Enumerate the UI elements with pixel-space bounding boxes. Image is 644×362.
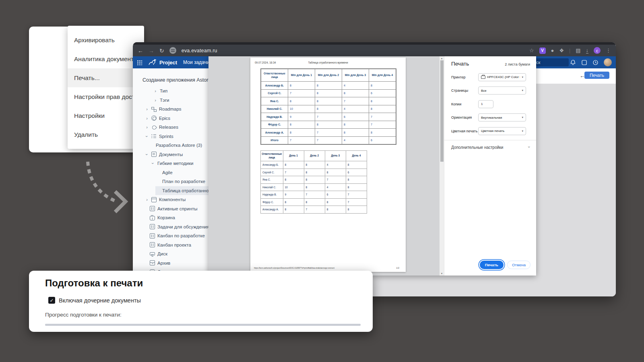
kebab-menu-icon[interactable]: ⋮ (606, 47, 611, 53)
extensions-puzzle-icon[interactable]: ❖ (559, 47, 564, 53)
scroll-down-icon[interactable]: ▼ (441, 272, 443, 275)
chevron-icon[interactable]: › (151, 161, 155, 165)
chevron-icon[interactable]: › (145, 125, 149, 130)
table2-header-cell: День 2 (304, 151, 325, 161)
notes-icon[interactable] (581, 60, 587, 66)
sidebar-item[interactable]: › Тэги (133, 96, 208, 105)
chevron-icon[interactable]: › (145, 197, 149, 202)
project-title[interactable]: Создание приложения Astore (142, 77, 208, 83)
sidebar-item[interactable]: › Roadmaps (133, 105, 208, 114)
sidebar-item[interactable]: › Документы (133, 150, 208, 159)
sidebar-item[interactable]: Диск (133, 249, 208, 259)
sidebar-item[interactable]: Таблица отработанного времени (133, 186, 208, 195)
sidebar-item[interactable]: Agile (133, 168, 208, 177)
side-panel-icon[interactable]: ▤ (576, 47, 580, 53)
setting-control[interactable]: Все ▾ (478, 86, 526, 95)
browser-toolbar: ← → ↻ eva.evateam.ru ☆ V ● ❖ | ▤ ↓ c ⋮ (133, 42, 616, 56)
print-dialog-title: Печать (451, 61, 469, 67)
sidebar-item[interactable]: › Sprints (133, 132, 208, 141)
chevron-icon[interactable]: › (145, 116, 149, 121)
setting-label: Ориентация (451, 115, 478, 119)
sidebar-item-label: Releases (159, 125, 178, 130)
more-settings-chevron-icon[interactable]: › (527, 146, 531, 148)
chevron-icon[interactable]: › (144, 152, 149, 156)
context-menu-item-label: Архивировать (74, 37, 115, 44)
chevron-icon[interactable]: › (144, 134, 149, 138)
table1-header-cell: Min для День 3 (342, 69, 369, 82)
disk-icon (150, 252, 155, 255)
bookmark-star-icon[interactable]: ☆ (529, 47, 534, 53)
rocket-icon (151, 125, 157, 130)
dino-logo-icon (148, 59, 157, 66)
table1-header-cell: Min для День 1 (288, 69, 315, 82)
sidebar-item[interactable]: Канбан по разработке (133, 231, 208, 241)
user-avatar[interactable] (604, 58, 612, 66)
chevron-icon[interactable]: › (153, 98, 157, 103)
sidebar-item[interactable]: › Epics (133, 114, 208, 123)
checklist-icon (151, 134, 157, 139)
chevron-icon[interactable]: › (153, 88, 157, 93)
site-info-icon[interactable] (169, 47, 176, 54)
bell-icon[interactable] (570, 60, 576, 66)
project-brand[interactable]: Project (148, 59, 177, 66)
sidebar-item-label: Тип (160, 88, 167, 93)
chevron-icon[interactable]: › (145, 107, 149, 111)
print-cancel-button[interactable]: Отмена (507, 261, 530, 269)
downloads-icon[interactable]: ↓ (586, 48, 589, 53)
print-header-title: Таблица отработанного времени (250, 61, 406, 64)
sidebar-item[interactable]: › Releases (133, 123, 208, 132)
preview-scrollbar[interactable]: ▲ ▼ (440, 56, 444, 276)
include-children-checkbox[interactable]: ✓ (48, 297, 55, 304)
sidebar-item[interactable]: План по разработке (133, 177, 208, 186)
page-print-button[interactable]: Печать (584, 72, 609, 79)
document-action-bar: ← Печать (536, 68, 616, 84)
kanban-icon (150, 242, 155, 247)
sidebar-item[interactable]: › Гибкие методики (133, 159, 208, 168)
sidebar-item[interactable]: Архив (133, 259, 208, 268)
more-settings-label[interactable]: Дополнительные настройки (451, 145, 503, 150)
reload-icon[interactable]: ↻ (159, 47, 164, 54)
sidebar-item[interactable]: › Тип (133, 86, 208, 96)
prepare-dialog-title: Подготовка к печати (45, 278, 143, 289)
table-row: Фёдор С.88 87 (261, 121, 396, 129)
extension-v-icon[interactable]: V (539, 47, 546, 54)
sidebar-item[interactable]: Корзина (133, 213, 208, 222)
globe-extension-icon[interactable]: ● (551, 47, 554, 53)
table-row: Александр Б.88 48 (261, 82, 396, 90)
sidebar-item-label: Корзина (157, 215, 175, 220)
sheets-count-label: 2 листа бумаги (505, 62, 530, 66)
sidebar-item[interactable]: › Компоненты (133, 195, 208, 204)
setting-control[interactable]: Цветная печать ▾ (478, 127, 526, 135)
sidebar-item[interactable]: Задачи для обсуждения (133, 222, 208, 232)
setting-value: HPFCE43C (HP Color La (487, 75, 520, 79)
table-row: Сергей С.78 86 (261, 169, 367, 176)
scroll-up-icon[interactable]: ▲ (441, 57, 443, 60)
profile-avatar[interactable]: c (594, 47, 601, 54)
setting-control[interactable]: HPFCE43C (HP Color La ▾ (478, 73, 526, 81)
print-preview-sheet: 09.07.2024, 16:34 Таблица отработанного … (250, 58, 406, 272)
sidebar-item[interactable]: Активные спринты (133, 204, 208, 214)
sidebar-item-label: Epics (159, 116, 170, 121)
toolbar-actions: ☆ V ● ❖ | ▤ ↓ c ⋮ (529, 47, 611, 54)
url-text[interactable]: eva.evateam.ru (182, 48, 217, 53)
print-setting-row: Страницы Все ▾ (444, 84, 536, 98)
table-row: Николай С.108 48 (261, 105, 396, 113)
history-clock-icon[interactable] (592, 60, 599, 66)
setting-label: Цветная печать (451, 129, 478, 133)
sidebar-item-label: Разработка Astore (3) (156, 143, 202, 148)
setting-control[interactable]: Вертикальная ▾ (478, 113, 526, 121)
table1-header-cell: Min для День 4 (369, 69, 396, 82)
sidebar-item[interactable]: Канбан проекта (133, 241, 208, 250)
table-row: Яна С.88 78 (261, 176, 367, 184)
setting-control[interactable]: 1 ▾ (478, 100, 493, 108)
back-icon[interactable]: ← (138, 47, 143, 54)
scrollbar-thumb[interactable] (440, 60, 444, 162)
setting-label: Страницы (451, 88, 478, 93)
sidebar-item[interactable]: Разработка Astore (3) (133, 141, 208, 150)
table1-header-cell: Ответственные лица (261, 69, 288, 82)
app-grid-icon[interactable] (137, 60, 142, 65)
print-confirm-button[interactable]: Печать (480, 261, 504, 269)
forward-icon[interactable]: → (149, 47, 154, 54)
nav-my-tasks[interactable]: Мои задачи (183, 60, 209, 65)
sidebar-item-label: Тэги (160, 98, 169, 103)
